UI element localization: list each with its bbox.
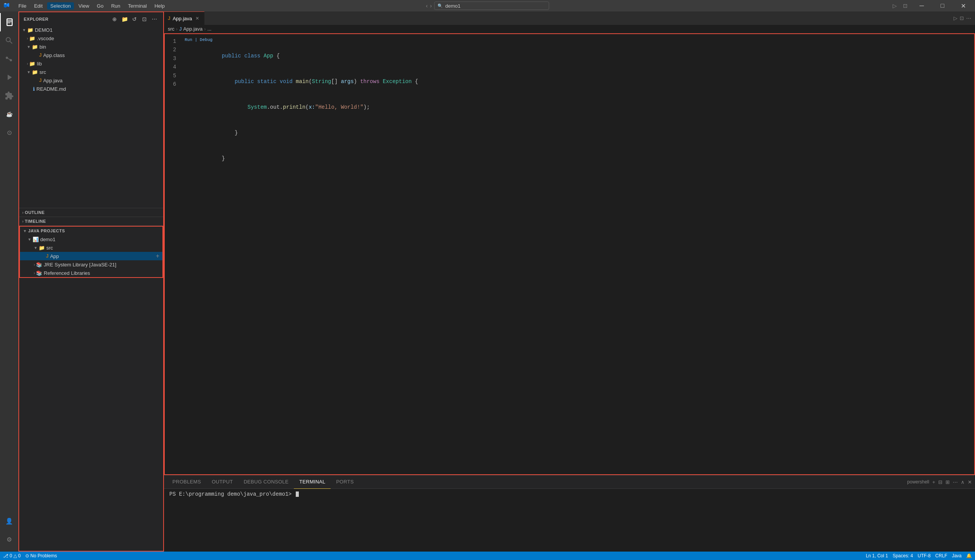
code-line-5: } xyxy=(183,146,974,172)
maximize-button[interactable]: □ xyxy=(934,0,951,12)
menu-view[interactable]: View xyxy=(75,2,92,10)
terminal-add-button[interactable]: + xyxy=(932,479,935,485)
menu-go[interactable]: Go xyxy=(94,2,107,10)
activity-run[interactable] xyxy=(0,68,18,87)
title-bar-center: ‹ › 🔍 demo1 xyxy=(426,2,549,10)
minimize-button[interactable]: ─ xyxy=(913,0,931,12)
kw-throws: throws xyxy=(360,78,383,85)
status-eol[interactable]: CRLF xyxy=(935,553,947,558)
bc-sep1: › xyxy=(176,26,177,32)
activity-accounts[interactable]: 👤 xyxy=(0,512,18,530)
jp-app-label: App xyxy=(50,253,59,259)
bc-more[interactable]: ... xyxy=(207,26,211,32)
run-button[interactable]: ▷ xyxy=(890,3,899,9)
vscode-folder[interactable]: › 📁 .vscode xyxy=(19,34,163,42)
search-bar[interactable]: 🔍 demo1 xyxy=(434,2,549,10)
terminal-maximize-button[interactable]: ∧ xyxy=(961,479,965,485)
jp-jre-library[interactable]: › 📚 JRE System Library [JavaSE-21] xyxy=(20,260,162,269)
nav-forward[interactable]: › xyxy=(430,3,432,9)
split-editor-button[interactable]: ⊡ xyxy=(901,3,910,9)
more-actions-button[interactable]: ⋯ xyxy=(150,15,159,23)
status-bar: ⎇ 0 △ 0 ⊙ No Problems Ln 1, Col 1 Spaces… xyxy=(0,552,975,560)
status-language[interactable]: Java xyxy=(952,553,962,558)
outline-section[interactable]: › OUTLINE xyxy=(19,208,163,217)
tab-terminal[interactable]: TERMINAL xyxy=(294,475,331,489)
jp-demo1[interactable]: ▼ 📊 demo1 xyxy=(20,235,162,243)
refresh-button[interactable]: ↺ xyxy=(130,15,139,23)
bin-folder[interactable]: ▼ 📁 bin xyxy=(19,42,163,51)
activity-explorer[interactable] xyxy=(0,13,18,32)
terminal-close-button[interactable]: ✕ xyxy=(968,479,972,485)
status-problems[interactable]: ⊙ No Problems xyxy=(25,553,57,558)
readme-file[interactable]: ℹ README.md xyxy=(19,85,163,93)
new-folder-button[interactable]: 📁 xyxy=(120,15,129,23)
search-icon: 🔍 xyxy=(438,3,443,8)
folder-icon: 📁 xyxy=(32,44,38,50)
menu-edit[interactable]: Edit xyxy=(31,2,45,10)
jp-add-button[interactable]: + xyxy=(156,253,162,260)
close-button[interactable]: ✕ xyxy=(954,0,972,12)
activity-source-control[interactable] xyxy=(0,50,18,68)
src-folder-label: src xyxy=(40,69,46,75)
project-root[interactable]: ▼ 📁 DEMO1 xyxy=(19,26,163,34)
app-class-file[interactable]: J App.class xyxy=(19,51,163,59)
code-line-2: public static void main(String[] args) t… xyxy=(183,69,974,95)
kw-static: static xyxy=(257,78,280,85)
bc-src[interactable]: src xyxy=(168,26,174,32)
new-file-button[interactable]: ⊕ xyxy=(110,15,119,23)
java-projects-header[interactable]: ▼ JAVA PROJECTS xyxy=(20,227,162,235)
outline-label: OUTLINE xyxy=(25,210,45,215)
run-debug-link[interactable]: Run | Debug xyxy=(183,37,974,43)
plus-icon: + xyxy=(156,253,159,260)
status-notifications[interactable]: 🔔 xyxy=(966,553,972,558)
ln-col-text: Ln 1, Col 1 xyxy=(866,553,888,558)
jp-app-class[interactable]: J App + xyxy=(20,252,162,260)
terminal-split-button[interactable]: ⊟ xyxy=(938,479,942,485)
jp-referenced-libraries[interactable]: › 📚 Referenced Libraries xyxy=(20,269,162,277)
terminal-more-button[interactable]: ⋯ xyxy=(953,479,958,485)
library-icon: 📚 xyxy=(36,262,42,268)
run-editor-button[interactable]: ▷ xyxy=(953,15,957,21)
tab-app-java[interactable]: J App.java ✕ xyxy=(164,12,204,25)
sidebar: EXPLORER ⊕ 📁 ↺ ⊡ ⋯ ▼ 📁 DEMO1 › 📁 .vscode xyxy=(18,12,164,552)
lib-folder[interactable]: › 📁 lib xyxy=(19,59,163,68)
status-encoding[interactable]: UTF-8 xyxy=(918,553,931,558)
tab-problems[interactable]: PROBLEMS xyxy=(167,475,206,489)
timeline-section[interactable]: › TIMELINE xyxy=(19,217,163,225)
bc-file[interactable]: App.java xyxy=(183,26,203,32)
nav-back[interactable]: ‹ xyxy=(426,3,428,9)
app-java-file[interactable]: J App.java xyxy=(19,76,163,85)
tab-debug-console[interactable]: DEBUG CONSOLE xyxy=(238,475,294,489)
terminal-grid-button[interactable]: ⊞ xyxy=(945,479,950,485)
menu-file[interactable]: File xyxy=(15,2,30,10)
tab-output[interactable]: OUTPUT xyxy=(206,475,238,489)
terminal-content[interactable]: PS E:\programming demo\java_pro\demo1> xyxy=(164,489,975,552)
code-lines[interactable]: Run | Debug public class App { public st… xyxy=(180,34,974,474)
menu-selection[interactable]: Selection xyxy=(47,2,74,10)
code-line-4: } xyxy=(183,120,974,146)
bc-sep2: › xyxy=(204,26,206,32)
tab-close-button[interactable]: ✕ xyxy=(194,15,201,22)
timeline-label: TIMELINE xyxy=(25,219,46,223)
activity-java[interactable]: ☕ xyxy=(0,105,18,123)
chevron-down-icon: ▼ xyxy=(28,237,32,242)
activity-settings[interactable]: ⚙ xyxy=(0,530,18,548)
powershell-label[interactable]: powershell xyxy=(907,479,929,485)
menu-run[interactable]: Run xyxy=(108,2,123,10)
status-spaces[interactable]: Spaces: 4 xyxy=(893,553,913,558)
status-branch[interactable]: ⎇ 0 △ 0 xyxy=(3,553,21,558)
collapse-button[interactable]: ⊡ xyxy=(140,15,149,23)
activity-search[interactable] xyxy=(0,32,18,50)
menu-help[interactable]: Help xyxy=(151,2,168,10)
java-projects-title: JAVA PROJECTS xyxy=(28,228,65,233)
tab-ports[interactable]: PORTS xyxy=(331,475,359,489)
lib-folder-label: lib xyxy=(37,61,42,67)
split-view-button[interactable]: ⊡ xyxy=(960,15,964,21)
activity-extensions[interactable] xyxy=(0,87,18,105)
activity-remote[interactable]: ⊙ xyxy=(0,123,18,142)
jp-src-folder[interactable]: ▼ 📁 src xyxy=(20,243,162,252)
more-options-button[interactable]: ⋯ xyxy=(966,15,971,21)
menu-terminal[interactable]: Terminal xyxy=(125,2,150,10)
status-ln-col[interactable]: Ln 1, Col 1 xyxy=(866,553,888,558)
src-folder[interactable]: ▼ 📁 src xyxy=(19,68,163,76)
